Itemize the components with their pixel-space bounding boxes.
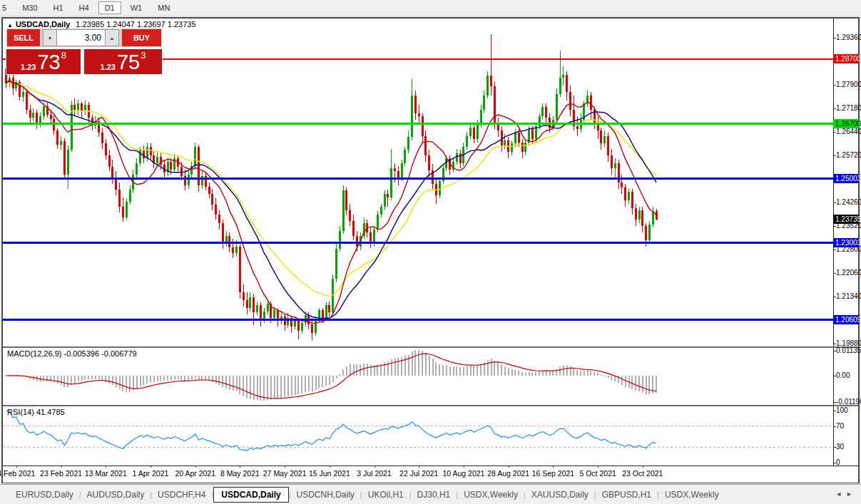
panel-separator[interactable]	[3, 346, 858, 348]
tab-xauusd-daily[interactable]: XAUUSD,Daily	[526, 487, 594, 503]
date-label: 23 Oct 2021	[619, 469, 666, 478]
volume-increase-button[interactable]: ▲	[105, 29, 119, 46]
rsi-tick-label: 100	[836, 406, 848, 415]
rsi-tick-label: 70	[836, 422, 844, 431]
timeframe-button-mn[interactable]: MN	[151, 1, 176, 14]
tab-scroll-left-icon[interactable]: ◄	[835, 490, 846, 498]
timeframe-button-5[interactable]: 5	[0, 1, 13, 14]
timeframe-button-m30[interactable]: M30	[16, 1, 44, 14]
current-price-badge: 1.23735	[833, 215, 860, 224]
date-tick-mark	[106, 466, 106, 468]
date-label: 20 Apr 2021	[172, 469, 219, 478]
one-click-trading-panel: SELL ▼ 3.00 ▲ BUY 1.23 73 8 1.23 75 3	[6, 28, 163, 75]
date-label: 28 Aug 2021	[485, 469, 532, 478]
date-label: 23 Feb 2021	[38, 469, 85, 478]
date-label: 22 Jul 2021	[395, 469, 442, 478]
tab-scroll-right-icon[interactable]: ►	[846, 490, 857, 498]
timeframe-toolbar: 5M30H1H4D1W1MN	[0, 0, 861, 16]
price-tick-label: 1.22060	[836, 269, 861, 277]
chevron-up-icon: ▲	[110, 36, 115, 41]
tab-usdcnh-daily[interactable]: USDCNH,Daily	[291, 487, 360, 503]
timeframe-button-h4[interactable]: H4	[73, 1, 96, 14]
price-tick-label: 1.25720	[836, 151, 861, 160]
date-axis: 4 Feb 202123 Feb 202113 Mar 20211 Apr 20…	[3, 466, 858, 483]
tab-usdcad-daily[interactable]: USDCAD,Daily	[213, 487, 288, 503]
sell-price-sup: 8	[61, 50, 66, 61]
date-tick-mark	[419, 466, 419, 468]
date-tick-mark	[375, 466, 375, 468]
price-level-badge: 1.28700	[833, 54, 860, 63]
date-label: 5 Oct 2021	[574, 469, 621, 478]
tab-usdx-weekly[interactable]: USDX,Weekly	[659, 487, 725, 503]
trade-prices-row: 1.23 73 8 1.23 75 3	[6, 49, 162, 74]
panel-separator[interactable]	[3, 405, 858, 406]
macd-header: MACD(12,26,9) -0.005396 -0.006779	[7, 349, 137, 358]
price-tick-label: 1.27900	[836, 81, 861, 89]
date-label: 1 Apr 2021	[127, 469, 174, 478]
chart-symbol-label: USDCAD,Daily	[16, 20, 70, 29]
timeframe-button-w1[interactable]: W1	[124, 1, 149, 14]
timeframe-button-d1[interactable]: D1	[98, 1, 121, 14]
price-level-badge: 1.20609	[833, 315, 860, 324]
date-tick-mark	[509, 466, 509, 468]
price-tick-label: 1.24260	[836, 198, 861, 207]
volume-decrease-button[interactable]: ▼	[43, 29, 57, 46]
date-label: 10 Aug 2021	[440, 469, 487, 478]
tab-usdx-weekly[interactable]: USDX,Weekly	[458, 487, 524, 503]
price-tick-label: 1.21340	[836, 292, 861, 301]
sell-price-big: 73	[37, 51, 60, 74]
collapse-panel-icon[interactable]: ▲	[7, 22, 13, 29]
date-tick-mark	[16, 466, 17, 468]
chart-title: ▲USDCAD,Daily1.23985 1.24047 1.23697 1.2…	[7, 20, 196, 29]
date-tick-mark	[598, 466, 598, 468]
price-tick-label: 1.29360	[836, 34, 861, 42]
date-label: 15 Jun 2021	[306, 469, 353, 478]
date-tick-mark	[195, 466, 196, 468]
sell-price-prefix: 1.23	[21, 63, 36, 71]
rsi-tick-label: 30	[836, 443, 844, 451]
price-level-badge: 1.23003	[833, 238, 860, 247]
date-tick-mark	[330, 466, 330, 468]
date-tick-mark	[464, 466, 464, 468]
price-tick-label: 1.26440	[836, 128, 861, 136]
sell-button[interactable]: SELL	[7, 29, 40, 46]
date-tick-mark	[285, 466, 285, 468]
date-tick-mark	[553, 466, 554, 468]
chart-window: ▲USDCAD,Daily1.23985 1.24047 1.23697 1.2…	[1, 17, 860, 483]
buy-price-prefix: 1.23	[101, 63, 116, 71]
price-tick-label: 1.27180	[836, 104, 861, 113]
date-tick-mark	[240, 466, 240, 468]
chart-ohlc-values: 1.23985 1.24047 1.23697 1.23735	[76, 20, 195, 29]
tab-dj30-h1[interactable]: DJ30,H1	[412, 487, 457, 503]
tab-ukoil-h1[interactable]: UKOil,H1	[362, 487, 409, 503]
tab-eurusd-daily[interactable]: EURUSD,Daily	[10, 487, 79, 503]
timeframe-button-h1[interactable]: H1	[47, 1, 70, 14]
chart-tab-bar: EURUSD,Daily|AUDUSD,Daily|USDCHF,H4|USDC…	[0, 484, 861, 504]
date-label: 27 May 2021	[261, 469, 308, 478]
tab-usdchf-h4[interactable]: USDCHF,H4	[152, 487, 211, 503]
sell-price-box[interactable]: 1.23 73 8	[6, 49, 81, 74]
date-label: 3 Jul 2021	[351, 469, 398, 478]
mt4-screen: 5M30H1H4D1W1MN ▲USDCAD,Daily1.23985 1.24…	[0, 0, 861, 504]
price-level-badge: 1.26700	[833, 119, 860, 128]
date-label: 8 May 2021	[216, 469, 263, 478]
macd-tick-label: 0.01135	[836, 346, 861, 355]
date-tick-mark	[61, 466, 62, 468]
date-tick-mark	[643, 466, 643, 468]
date-label: 13 Mar 2021	[82, 469, 129, 478]
tab-gbpusd-h1[interactable]: GBPUSD,H1	[596, 487, 657, 503]
volume-field[interactable]: 3.00	[57, 29, 105, 46]
price-level-badge: 1.25003	[833, 174, 860, 183]
date-label: 4 Feb 2021	[0, 469, 40, 478]
buy-price-big: 75	[117, 51, 140, 74]
chevron-down-icon: ▼	[48, 36, 53, 41]
rsi-panel[interactable]	[3, 406, 833, 466]
buy-price-box[interactable]: 1.23 75 3	[84, 49, 162, 74]
trade-controls-row: SELL ▼ 3.00 ▲ BUY	[6, 29, 162, 47]
rsi-header: RSI(14) 41.4785	[7, 408, 65, 416]
date-label: 16 Sep 2021	[529, 469, 576, 478]
date-tick-mark	[151, 466, 151, 468]
tab-audusd-daily[interactable]: AUDUSD,Daily	[81, 487, 151, 503]
buy-button[interactable]: BUY	[122, 29, 161, 46]
macd-tick-label: 0.00	[836, 371, 850, 380]
